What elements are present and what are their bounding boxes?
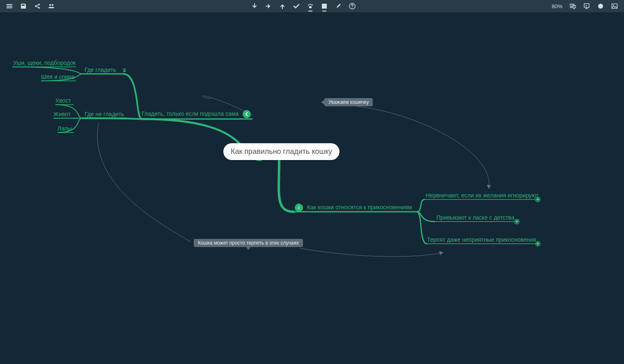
svg-point-3 (49, 4, 51, 6)
comments-button[interactable] (566, 0, 580, 12)
note-button[interactable] (317, 0, 331, 12)
arrow-right-icon (265, 3, 272, 9)
collaborate-button[interactable] (44, 0, 58, 12)
svg-point-8 (309, 6, 312, 9)
node-tolerate-unpleasant[interactable]: Терпят даже неприятные прикосновения (427, 236, 536, 243)
node-ears-cheeks-chin[interactable]: Уши, щеки, подбородок (13, 60, 76, 66)
svg-point-10 (352, 7, 353, 8)
node-label: Нервничают, если их желания игнорируют (426, 192, 539, 199)
save-icon (20, 3, 27, 9)
chat-icon (569, 3, 576, 9)
brush-icon (335, 3, 342, 9)
svg-point-18 (125, 69, 126, 70)
node-label: Где не гладить (85, 111, 124, 117)
node-label: Где гладить (85, 66, 116, 73)
task-button[interactable] (289, 0, 303, 12)
share-icon (34, 3, 41, 9)
node-how-cats-feel-touch[interactable]: Как кошки относятся к прикосновениям (292, 204, 412, 212)
expand-button[interactable] (514, 219, 520, 224)
svg-point-16 (122, 69, 124, 70)
menu-icon (6, 3, 13, 9)
connector-lines (0, 12, 624, 364)
node-tail[interactable]: Хвост (55, 97, 71, 104)
node-label: Живот (53, 111, 71, 117)
svg-marker-15 (439, 251, 443, 255)
arrow-down-icon (251, 3, 258, 9)
check-icon (293, 3, 300, 9)
svg-rect-21 (298, 207, 299, 209)
svg-point-20 (298, 206, 299, 207)
node-label: Гладить, только если подошла сама (142, 110, 239, 117)
arrow-up-icon (279, 3, 286, 9)
background-button[interactable] (608, 0, 622, 12)
node-label: Как кошки относятся к прикосновениям (307, 204, 412, 211)
node-label: Привыкают к ласке с детства (436, 214, 514, 221)
note-arrow-icon (321, 100, 324, 105)
circle-icon (597, 3, 604, 9)
node-label: Уши, щеки, подбородок (13, 60, 76, 66)
presentation-button[interactable] (580, 0, 594, 12)
svg-point-13 (613, 5, 614, 6)
node-label: Хвост (55, 97, 71, 104)
add-sibling-button[interactable] (262, 0, 275, 12)
add-parent-button[interactable] (275, 0, 289, 12)
node-paws[interactable]: Лапы (57, 125, 72, 132)
node-belly[interactable]: Живот (53, 111, 71, 117)
mindmap-canvas[interactable]: Как правильно гладить кошку Гладить, тол… (0, 12, 624, 364)
node-nervous[interactable]: Нервничают, если их желания игнорируют (426, 192, 539, 199)
help-icon (349, 3, 356, 9)
svg-point-6 (310, 4, 311, 5)
expand-button[interactable] (535, 241, 541, 247)
add-child-button[interactable] (248, 0, 262, 12)
node-label: Лапы (57, 125, 72, 132)
zoom-level[interactable]: 80% (548, 3, 566, 9)
node-neck-back[interactable]: Шея и спина (41, 73, 75, 80)
image-icon (611, 3, 618, 9)
svg-point-11 (598, 4, 603, 9)
node-label: Шея и спина (41, 73, 75, 80)
note-respect[interactable]: Уважаем кошечку (324, 98, 373, 106)
toolbar: 80% (0, 0, 624, 12)
save-button[interactable] (16, 0, 30, 12)
icon-button[interactable] (303, 0, 317, 12)
svg-point-17 (124, 68, 125, 69)
presentation-icon (583, 3, 590, 9)
node-used-to-affection[interactable]: Привыкают к ласке с детства (436, 214, 514, 221)
svg-point-19 (123, 70, 126, 72)
help-button[interactable] (345, 0, 359, 12)
paw-icon (120, 66, 128, 74)
format-button[interactable] (331, 0, 345, 12)
node-label: Терпят даже неприятные прикосновения (427, 236, 536, 243)
info-icon (295, 204, 303, 212)
root-node-label: Как правильно гладить кошку (231, 147, 332, 156)
share-button[interactable] (30, 0, 44, 12)
node-pet-only-if-approached[interactable]: Гладить, только если подошла сама (142, 110, 253, 118)
note-tolerate[interactable]: Кошка может просто терпеть в этих случая… (194, 239, 303, 247)
note-icon (321, 3, 328, 9)
note-label: Кошка может просто терпеть в этих случая… (198, 240, 299, 246)
menu-button[interactable] (2, 0, 16, 12)
users-icon (48, 3, 55, 9)
node-where-pet[interactable]: Где гладить (85, 66, 131, 74)
svg-rect-12 (612, 4, 617, 9)
note-label: Уважаем кошечку (328, 99, 369, 105)
arrow-left-icon (243, 110, 251, 118)
node-where-not-pet[interactable]: Где не гладить (85, 111, 124, 117)
svg-marker-14 (487, 185, 491, 189)
paw-icon (307, 3, 314, 9)
svg-point-7 (311, 4, 312, 5)
svg-point-4 (52, 4, 53, 6)
note-arrow-icon (246, 247, 251, 250)
svg-point-5 (308, 4, 309, 5)
root-node[interactable]: Как правильно гладить кошку (223, 143, 340, 160)
expand-button[interactable] (535, 197, 541, 202)
theme-button[interactable] (594, 0, 608, 12)
